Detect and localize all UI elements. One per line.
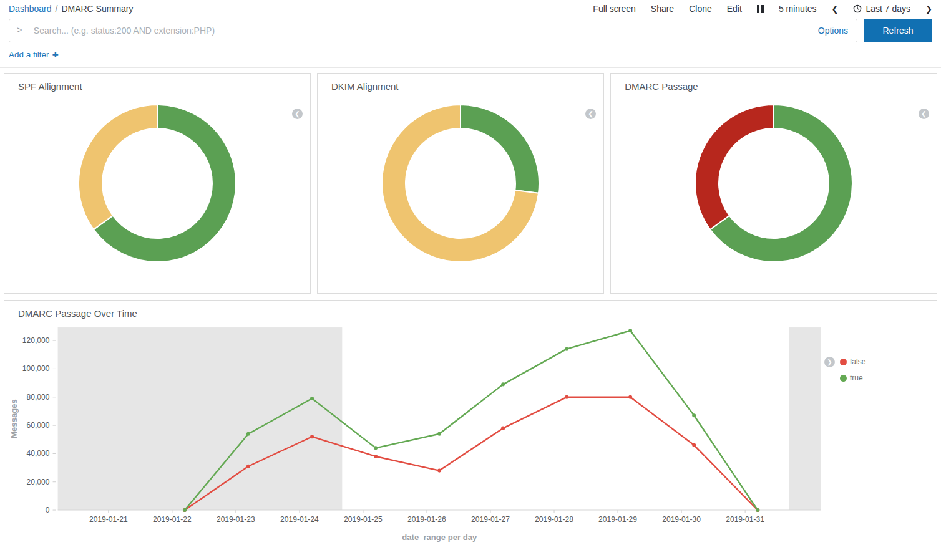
add-filter-label: Add a filter — [9, 50, 49, 59]
plus-icon: ✚ — [52, 51, 59, 59]
options-link[interactable]: Options — [818, 26, 848, 36]
dashboard-row-1: SPF Allignment ❮ DKIM Alignment ❮ DMARC … — [4, 73, 937, 294]
svg-text:Messages: Messages — [9, 399, 19, 438]
clock-icon — [853, 4, 862, 13]
series-true-dot-icon — [840, 375, 847, 382]
legend-collapse-button[interactable]: ❮ — [292, 109, 303, 119]
pause-button[interactable] — [757, 5, 764, 13]
add-filter-button[interactable]: Add a filter ✚ — [9, 50, 59, 59]
panel-dmarc-over-time: DMARC Passage Over Time 2019-01-212019-0… — [4, 300, 937, 553]
pause-icon — [757, 5, 759, 13]
breadcrumb-dashboard-link[interactable]: Dashboard — [9, 4, 52, 14]
dashboard: SPF Allignment ❮ DKIM Alignment ❮ DMARC … — [0, 68, 941, 557]
refresh-button[interactable]: Refresh — [864, 19, 932, 42]
dashboard-row-2: DMARC Passage Over Time 2019-01-212019-0… — [4, 300, 937, 553]
panel-title: SPF Allignment — [4, 74, 310, 92]
legend-label: false — [850, 357, 865, 366]
time-range-label: Last 7 days — [865, 4, 910, 14]
legend-item-true[interactable]: true — [840, 374, 863, 382]
svg-text:2019-01-23: 2019-01-23 — [217, 515, 255, 524]
svg-text:20,000: 20,000 — [27, 478, 50, 486]
line-chart-body: 2019-01-212019-01-222019-01-232019-01-24… — [4, 324, 937, 544]
svg-text:0: 0 — [46, 506, 50, 514]
console-prompt-icon: >_ — [17, 26, 27, 36]
svg-text:2019-01-31: 2019-01-31 — [726, 515, 764, 524]
share-button[interactable]: Share — [651, 4, 674, 14]
time-forward-button[interactable]: ❯ — [925, 4, 932, 14]
time-back-button[interactable]: ❮ — [832, 4, 839, 14]
panel-title: DMARC Passage Over Time — [4, 301, 937, 319]
panel-title: DKIM Alignment — [318, 74, 603, 92]
time-range-button[interactable]: Last 7 days — [853, 4, 910, 14]
svg-text:2019-01-21: 2019-01-21 — [89, 515, 128, 524]
fullscreen-button[interactable]: Full screen — [593, 4, 635, 14]
pause-icon — [761, 5, 764, 13]
refresh-interval-button[interactable]: 5 minutes — [779, 4, 817, 14]
legend-item-false[interactable]: false — [840, 357, 865, 366]
svg-text:2019-01-24: 2019-01-24 — [280, 515, 319, 524]
svg-text:2019-01-28: 2019-01-28 — [535, 515, 573, 524]
panel-spf-alignment: SPF Allignment ❮ — [4, 73, 311, 294]
svg-text:2019-01-30: 2019-01-30 — [662, 515, 701, 524]
legend-collapse-button[interactable]: ❮ — [919, 109, 929, 119]
svg-text:2019-01-22: 2019-01-22 — [153, 515, 192, 524]
search-box: >_ Options — [9, 19, 857, 42]
breadcrumb: Dashboard / DMARC Summary — [9, 4, 134, 14]
search-row: >_ Options Refresh — [9, 19, 932, 42]
dmarc-over-time-line-chart[interactable]: 2019-01-212019-01-222019-01-232019-01-24… — [4, 324, 824, 544]
svg-text:60,000: 60,000 — [27, 421, 50, 430]
svg-text:80,000: 80,000 — [27, 393, 50, 402]
legend-expand-button[interactable]: ❯ — [824, 357, 835, 367]
edit-button[interactable]: Edit — [727, 4, 742, 14]
spf-donut-chart[interactable] — [4, 103, 310, 264]
search-input[interactable] — [34, 26, 818, 36]
svg-text:2019-01-26: 2019-01-26 — [407, 515, 446, 524]
filter-bar: Add a filter ✚ — [0, 47, 941, 68]
svg-text:date_range per day: date_range per day — [402, 533, 477, 542]
nav-menu: Full screen Share Clone Edit 5 minutes ❮… — [593, 4, 932, 14]
page-title: DMARC Summary — [61, 4, 133, 14]
top-nav: Dashboard / DMARC Summary Full screen Sh… — [0, 0, 941, 16]
svg-text:2019-01-29: 2019-01-29 — [598, 515, 637, 524]
dmarc-donut-chart[interactable] — [611, 103, 937, 264]
breadcrumb-separator: / — [56, 4, 58, 14]
legend-label: true — [850, 374, 863, 382]
svg-text:100,000: 100,000 — [22, 364, 50, 373]
dkim-donut-chart[interactable] — [318, 103, 603, 264]
clone-button[interactable]: Clone — [689, 4, 712, 14]
svg-text:120,000: 120,000 — [22, 336, 50, 345]
chart-legend: ❯ false true — [824, 324, 937, 544]
panel-dmarc-passage: DMARC Passage ❮ — [610, 73, 937, 294]
panel-dkim-alignment: DKIM Alignment ❮ — [317, 73, 604, 294]
svg-text:2019-01-25: 2019-01-25 — [344, 515, 383, 524]
svg-text:40,000: 40,000 — [27, 449, 50, 458]
legend-collapse-button[interactable]: ❮ — [585, 109, 596, 119]
series-false-dot-icon — [840, 359, 847, 365]
svg-text:2019-01-27: 2019-01-27 — [471, 515, 510, 524]
panel-title: DMARC Passage — [611, 74, 937, 92]
